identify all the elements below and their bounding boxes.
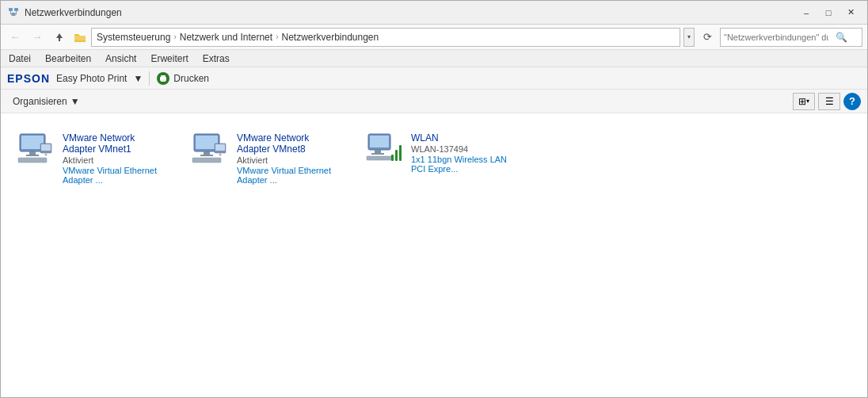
breadcrumb-netzwerk[interactable]: Netzwerk und Internet [180,32,272,43]
organize-button[interactable]: Organisieren ▼ [7,93,86,110]
svg-rect-31 [367,156,392,160]
easy-photo-print-dropdown[interactable]: ▼ [133,73,143,84]
menu-bar: Datei Bearbeiten Ansicht Erweitert Extra… [1,50,867,67]
menu-extras[interactable]: Extras [200,52,233,66]
breadcrumb-netzwerkverbindungen[interactable]: Netzwerkverbindungen [281,32,379,43]
network-item-vmnet8[interactable]: VMware Network Adapter VMnet8 Aktiviert … [185,126,343,191]
title-bar-title: Netzwerkverbindungen [25,7,122,18]
minimize-button[interactable]: – [796,5,817,21]
svg-rect-15 [18,158,47,163]
dropdown-arrow: ▼ [133,73,143,84]
title-bar: Netzwerkverbindungen – □ ✕ [1,1,867,25]
breadcrumb-systemsteuerung[interactable]: Systemsteuerung [97,32,170,43]
network-desc-wlan: 1x1 11bgn Wireless LAN PCI Expre... [411,155,511,174]
svg-rect-30 [371,153,384,155]
svg-rect-1 [14,8,18,11]
print-button[interactable]: Drucken [156,71,209,86]
breadcrumb-folder-icon [74,32,86,43]
svg-rect-34 [399,145,402,161]
svg-rect-9 [161,75,166,78]
network-item-vmnet1[interactable]: VMware Network Adapter VMnet1 Aktiviert … [10,126,169,191]
content-area: VMware Network Adapter VMnet1 Aktiviert … [1,113,867,398]
view-dropdown-arrow: ▾ [806,98,809,105]
network-item-inner-vmnet8: VMware Network Adapter VMnet8 Aktiviert … [191,132,337,185]
search-icon: 🔍 [832,28,851,47]
easy-photo-print-label: Easy Photo Print [56,73,127,84]
network-name-vmnet1: VMware Network Adapter VMnet1 [63,132,162,155]
computer-icon-vmnet1 [17,132,55,164]
toolbar-separator [149,71,150,86]
network-status-vmnet8: Aktiviert [237,155,337,165]
address-bar: ← → Systemsteuerung › Netzwerk und Inter… [1,25,867,50]
computer-icon-vmnet8 [191,132,229,164]
svg-rect-0 [9,8,13,11]
network-info-wlan: WLAN WLAN-137494 1x1 11bgn Wireless LAN … [411,132,511,174]
view-icon2: ☰ [825,96,834,107]
svg-rect-32 [391,155,394,161]
network-name-vmnet8: VMware Network Adapter VMnet8 [237,132,337,155]
up-icon [54,32,65,43]
svg-rect-14 [26,155,39,156]
address-path[interactable]: Systemsteuerung › Netzwerk und Internet … [91,28,680,47]
svg-rect-17 [41,144,51,151]
organizer-right: ⊞ ▾ ☰ ? [793,93,861,110]
view-details-button[interactable]: ☰ [818,93,840,110]
network-info-vmnet1: VMware Network Adapter VMnet1 Aktiviert … [63,132,162,185]
address-dropdown-button[interactable]: ▾ [683,28,695,47]
svg-point-26 [219,154,222,156]
organize-label: Organisieren [13,96,67,107]
title-bar-buttons: – □ ✕ [796,5,861,21]
svg-rect-29 [375,150,381,153]
wifi-icon-wlan [365,132,403,164]
network-info-vmnet8: VMware Network Adapter VMnet8 Aktiviert … [237,132,337,185]
title-bar-network-icon [7,6,20,19]
svg-rect-25 [215,144,225,151]
epson-logo: EPSON [7,72,50,85]
view-toggle-button[interactable]: ⊞ ▾ [793,93,815,110]
svg-rect-33 [395,150,398,161]
network-status-wlan: WLAN-137494 [411,144,511,154]
title-bar-left: Netzwerkverbindungen [7,6,122,19]
view-icon1: ⊞ [798,96,806,107]
network-item-wlan[interactable]: WLAN WLAN-137494 1x1 11bgn Wireless LAN … [359,126,517,191]
network-item-inner-wlan: WLAN WLAN-137494 1x1 11bgn Wireless LAN … [365,132,511,174]
toolbar: EPSON Easy Photo Print ▼ Drucken [1,67,867,90]
printer-icon [156,71,170,86]
svg-rect-10 [161,79,166,82]
back-button[interactable]: ← [6,28,25,47]
print-label: Drucken [173,73,209,84]
menu-datei[interactable]: Datei [6,52,34,66]
up-button[interactable] [50,28,69,47]
network-item-inner-vmnet1: VMware Network Adapter VMnet1 Aktiviert … [17,132,162,185]
search-input[interactable] [721,33,832,42]
menu-ansicht[interactable]: Ansicht [102,52,139,66]
svg-rect-28 [370,136,389,147]
close-button[interactable]: ✕ [840,5,861,21]
organizer-bar: Organisieren ▼ ⊞ ▾ ☰ ? [1,90,867,113]
maximize-button[interactable]: □ [818,5,839,21]
network-desc-vmnet8: VMware Virtual Ethernet Adapter ... [237,166,337,185]
svg-rect-23 [192,158,221,163]
organize-dropdown-arrow: ▼ [70,96,80,107]
network-desc-vmnet1: VMware Virtual Ethernet Adapter ... [63,166,162,185]
forward-button[interactable]: → [28,28,47,47]
refresh-button[interactable]: ⟳ [698,28,717,47]
search-box: 🔍 [720,28,862,47]
help-button[interactable]: ? [843,93,861,110]
menu-erweitert[interactable]: Erweitert [147,52,191,66]
network-status-vmnet1: Aktiviert [63,155,162,165]
network-name-wlan: WLAN [411,132,511,144]
svg-rect-22 [200,155,213,156]
svg-point-18 [45,154,48,156]
menu-bearbeiten[interactable]: Bearbeiten [42,52,94,66]
